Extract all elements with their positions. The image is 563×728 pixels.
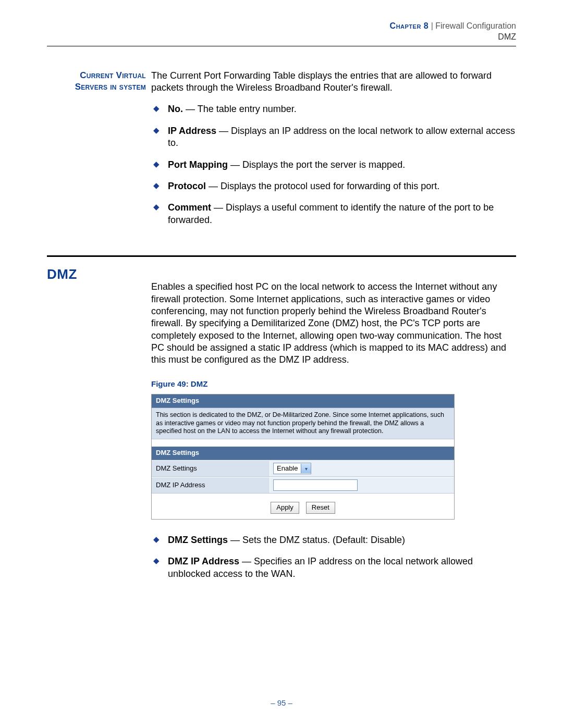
label-dmz-settings: DMZ Settings [152,461,270,476]
dmz-paragraph: Enables a specified host PC on the local… [151,281,516,366]
bullet-port-mapping: Port Mapping — Displays the port the ser… [166,159,516,171]
term-dmz-settings: DMZ Settings [168,535,228,545]
form-row-dmz-ip: DMZ IP Address [152,477,454,493]
panel-description: This section is dedicated to the DMZ, or… [152,408,454,439]
label-dmz-ip: DMZ IP Address [152,478,270,493]
term-comment: Comment [168,202,211,213]
header-rule [47,46,516,46]
term-ip: IP Address [168,126,216,136]
field-dmz-ip [270,477,454,493]
desc-protocol: — Displays the protocol used for forward… [206,181,439,191]
desc-dmz-settings: — Sets the DMZ status. (Default: Disable… [228,535,405,545]
section-divider [47,255,516,257]
section-current-virtual-servers: Current Virtual Servers in system The Cu… [47,70,516,236]
header-separator: | [431,21,436,30]
dmz-settings-value: Enable [274,464,301,473]
section1-bullet-list: No. — The table entry number. IP Address… [151,103,516,226]
desc-comment: — Displays a useful comment to identify … [168,202,494,225]
bullet-dmz-ip: DMZ IP Address — Specifies an IP address… [166,556,516,580]
dmz-bullet-list: DMZ Settings — Sets the DMZ status. (Def… [151,534,516,580]
form-row-dmz-settings: DMZ Settings Enable ▾ [152,460,454,477]
side-heading: Current Virtual Servers in system [47,70,151,93]
side-heading-line1: Current Virtual [80,70,146,80]
panel-header-2: DMZ Settings [152,447,454,460]
button-row: Apply Reset [152,493,454,519]
dmz-ip-input[interactable] [273,479,358,491]
term-port: Port Mapping [168,159,228,170]
desc-ip: — Displays an IP address on the local ne… [168,126,515,148]
dmz-body: Enables a specified host PC on the local… [151,266,516,589]
section1-body: The Current Port Forwarding Table displa… [151,70,516,236]
term-protocol: Protocol [168,181,206,191]
bullet-no: No. — The table entry number. [166,103,516,115]
reset-button[interactable]: Reset [306,502,335,514]
desc-port: — Displays the port the server is mapped… [228,159,405,170]
apply-button[interactable]: Apply [271,502,299,514]
term-dmz-ip: DMZ IP Address [168,556,239,566]
chapter-label: Chapter 8 [390,21,429,30]
chevron-down-icon: ▾ [301,464,311,473]
bullet-ip-address: IP Address — Displays an IP address on t… [166,125,516,150]
panel-gap [152,439,454,447]
section1-intro: The Current Port Forwarding Table displa… [151,70,516,94]
dmz-settings-select[interactable]: Enable ▾ [273,463,311,474]
side-heading-line2: Servers in system [75,82,146,92]
section-dmz: DMZ Enables a specified host PC on the l… [47,266,516,589]
bullet-protocol: Protocol — Displays the protocol used fo… [166,180,516,192]
panel-header-1: DMZ Settings [152,394,454,408]
field-dmz-settings: Enable ▾ [270,461,454,476]
bullet-comment: Comment — Displays a useful comment to i… [166,202,516,226]
page-number: – 95 – [0,698,563,707]
figure-caption: Figure 49: DMZ [151,379,516,389]
chapter-name: Firewall Configuration [435,21,516,30]
header-subtitle: DMZ [47,32,516,43]
dmz-settings-panel: DMZ Settings This section is dedicated t… [151,394,455,520]
desc-no: — The table entry number. [183,104,297,114]
page-header: Chapter 8 | Firewall Configuration DMZ [47,21,516,43]
term-no: No. [168,104,183,114]
dmz-heading: DMZ [47,266,151,282]
bullet-dmz-settings: DMZ Settings — Sets the DMZ status. (Def… [166,534,516,546]
